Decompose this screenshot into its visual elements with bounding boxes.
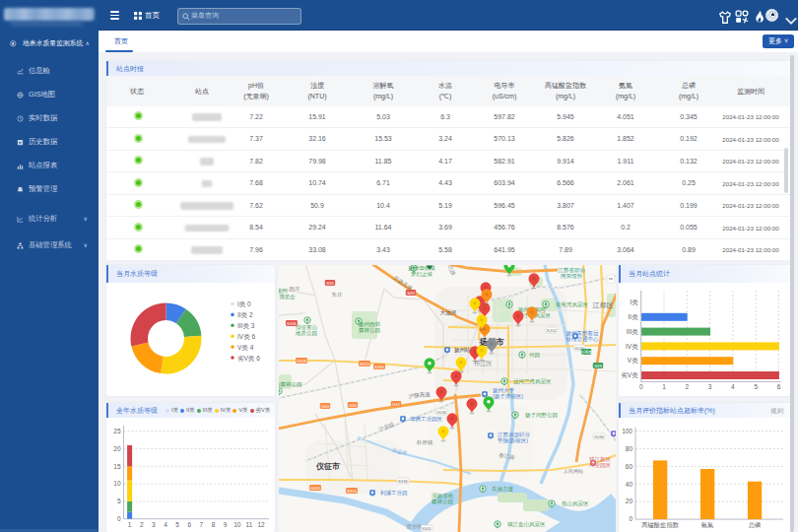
svg-text:高锰酸盐指数: 高锰酸盐指数: [641, 521, 679, 529]
svg-text:3: 3: [152, 520, 156, 527]
svg-text:3: 3: [708, 383, 712, 390]
svg-text:5: 5: [175, 520, 179, 527]
svg-text:III类 3: III类 3: [237, 321, 255, 328]
svg-text:利浦工业园: 利浦工业园: [380, 490, 408, 497]
svg-text:S35: S35: [326, 281, 334, 286]
svg-text:60: 60: [626, 462, 633, 469]
svg-text:9: 9: [224, 520, 228, 527]
svg-text:I类: I类: [630, 299, 638, 305]
svg-text:营业镇: 营业镇: [407, 523, 422, 530]
svg-text:梦幻之城: 梦幻之城: [411, 271, 433, 278]
svg-text:人民闸站: 人民闸站: [564, 468, 583, 475]
svg-text:银山森林公园: 银山森林公园: [279, 381, 302, 388]
svg-text:G328: G328: [297, 359, 307, 364]
svg-text:10: 10: [113, 480, 121, 487]
svg-text:学院(新校区): 学院(新校区): [498, 437, 528, 444]
svg-text:闸管理所: 闸管理所: [561, 273, 583, 280]
svg-text:金湾路: 金湾路: [580, 350, 594, 355]
svg-text:劣V类 6: 劣V类 6: [237, 354, 260, 362]
svg-text:8: 8: [212, 520, 216, 527]
svg-text:总磷: 总磷: [748, 521, 762, 528]
svg-text:80: 80: [626, 444, 633, 451]
svg-text:森林公园: 森林公园: [432, 499, 453, 505]
svg-text:森林公园: 森林公园: [359, 327, 380, 334]
svg-text:0: 0: [639, 383, 643, 390]
svg-text:镇江金山风景区: 镇江金山风景区: [507, 521, 546, 528]
svg-text:0: 0: [629, 515, 632, 522]
svg-text:朴席镇: 朴席镇: [416, 439, 433, 445]
svg-text:华腾工业园区: 华腾工业园区: [410, 416, 443, 423]
svg-text:III类: III类: [627, 327, 638, 334]
svg-text:1: 1: [662, 383, 666, 390]
svg-text:G40: G40: [321, 404, 330, 409]
svg-text:K202: K202: [547, 328, 558, 333]
svg-text:瓜洲古渡: 瓜洲古渡: [492, 486, 514, 493]
svg-text:江都区: 江都区: [593, 301, 614, 309]
svg-text:S49: S49: [407, 291, 415, 296]
svg-text:I类 0: I类 0: [237, 300, 251, 307]
svg-text:IV类: IV类: [626, 342, 638, 349]
svg-text:何园: 何园: [529, 352, 540, 359]
svg-text:20: 20: [113, 444, 121, 451]
svg-text:II类 2: II类 2: [237, 310, 253, 317]
svg-text:0: 0: [117, 514, 121, 521]
svg-text:15: 15: [113, 462, 121, 469]
svg-text:氨氮: 氨氮: [701, 521, 714, 528]
svg-text:S353: S353: [360, 362, 370, 366]
svg-text:产业园区: 产业园区: [589, 462, 612, 469]
svg-text:V类 4: V类 4: [237, 343, 254, 350]
svg-text:20: 20: [626, 498, 633, 504]
svg-text:4: 4: [164, 520, 167, 527]
svg-text:4: 4: [731, 383, 735, 390]
svg-text:II类: II类: [629, 313, 639, 320]
svg-text:大运河: 大运河: [440, 309, 457, 316]
svg-text:茱萸湾风景区: 茱萸湾风景区: [556, 301, 589, 308]
svg-text:X001: X001: [422, 526, 432, 531]
svg-text:1: 1: [128, 520, 132, 527]
svg-text:劣V类: 劣V类: [621, 371, 638, 379]
svg-text:6: 6: [187, 520, 191, 527]
svg-text:G345: G345: [310, 486, 321, 491]
svg-text:12: 12: [257, 520, 265, 527]
svg-text:IV类 6: IV类 6: [237, 332, 255, 339]
svg-text:5: 5: [754, 383, 758, 390]
svg-text:扬州站: 扬州站: [454, 347, 471, 354]
svg-text:G42: G42: [392, 402, 401, 407]
svg-text:X036: X036: [436, 410, 447, 415]
svg-text:地质公园: 地质公园: [295, 330, 317, 337]
svg-text:扬子问野公园: 扬子问野公园: [525, 412, 558, 419]
svg-text:100: 100: [622, 427, 632, 433]
svg-text:S383: S383: [374, 365, 385, 369]
svg-text:G40: G40: [349, 403, 358, 408]
svg-text:X096: X096: [594, 434, 605, 439]
svg-text:焦山风景区: 焦山风景区: [562, 500, 589, 506]
svg-text:V类: V类: [628, 357, 638, 364]
svg-text:S356: S356: [347, 489, 358, 494]
svg-text:朱庄: 朱庄: [332, 292, 344, 298]
svg-text:6: 6: [777, 383, 781, 390]
svg-text:40: 40: [626, 480, 633, 487]
svg-text:11: 11: [246, 520, 253, 527]
svg-text:西庄: 西庄: [290, 286, 301, 293]
svg-text:S49: S49: [594, 364, 602, 368]
svg-text:2: 2: [140, 520, 144, 527]
svg-text:仪征市: 仪征市: [315, 461, 340, 471]
svg-text:7: 7: [200, 520, 204, 527]
svg-text:(扬子津校区): (扬子津校区): [493, 393, 523, 400]
svg-text:运河三湾风景区: 运河三湾风景区: [513, 378, 552, 385]
svg-text:枢纽交通中心: 枢纽交通中心: [566, 335, 600, 342]
svg-text:5: 5: [117, 498, 121, 504]
svg-text:2: 2: [685, 383, 689, 390]
svg-text:S336: S336: [398, 479, 409, 484]
svg-text:园艺博览会: 园艺博览会: [279, 294, 296, 300]
svg-text:10: 10: [233, 520, 241, 527]
svg-text:25: 25: [113, 427, 121, 433]
